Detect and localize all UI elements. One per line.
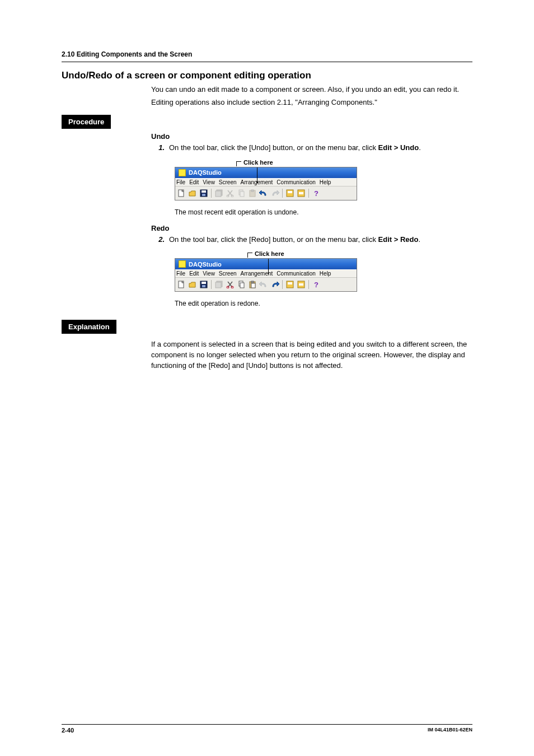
- save-all-icon: [214, 279, 224, 290]
- redo-icon: [270, 188, 280, 198]
- svg-rect-28: [251, 281, 254, 283]
- section-header: 2.10 Editing Components and the Screen: [62, 50, 472, 58]
- svg-rect-31: [288, 282, 292, 284]
- copy-icon[interactable]: [236, 279, 246, 290]
- svg-rect-29: [251, 283, 255, 288]
- svg-rect-22: [216, 282, 221, 288]
- toolbar-separator: [211, 189, 212, 198]
- page-number: 2-40: [62, 727, 74, 734]
- svg-rect-2: [202, 190, 206, 193]
- svg-rect-33: [299, 283, 303, 286]
- paste-icon[interactable]: [247, 279, 257, 290]
- toolbar-separator: [282, 280, 283, 289]
- undo-heading: Undo: [151, 132, 472, 141]
- app-icon: [179, 260, 186, 268]
- callout-bracket-icon: [236, 161, 241, 166]
- step-2-number: 2.: [151, 235, 165, 245]
- cut-icon: [225, 188, 235, 198]
- menu-communication[interactable]: Communication: [277, 179, 315, 185]
- menu-file[interactable]: File: [176, 270, 185, 277]
- menu-bar: File Edit View Screen Arrangement Commun…: [175, 178, 357, 186]
- explanation-paragraph: If a component is selected in a screen t…: [151, 339, 472, 371]
- svg-rect-9: [240, 192, 244, 197]
- new-icon[interactable]: [176, 188, 186, 198]
- redo-click-here-label: Click here: [247, 250, 534, 257]
- step-1-text: On the tool bar, click the [Undo] button…: [169, 143, 472, 153]
- menu-file[interactable]: File: [176, 179, 185, 185]
- menu-edit[interactable]: Edit: [189, 179, 199, 185]
- open-icon[interactable]: [188, 279, 198, 290]
- intro-paragraph-1: You can undo an edit made to a component…: [151, 85, 472, 95]
- component-icon-1[interactable]: [285, 279, 295, 290]
- toolbar-separator: [308, 189, 309, 198]
- menu-help[interactable]: Help: [320, 270, 331, 277]
- undo-icon[interactable]: [259, 188, 269, 198]
- explanation-label: Explanation: [62, 320, 116, 334]
- svg-rect-3: [202, 194, 205, 196]
- copy-icon: [236, 188, 246, 198]
- svg-text:?: ?: [314, 189, 318, 197]
- save-icon[interactable]: [199, 188, 209, 198]
- step-2-text: On the tool bar, click the [Redo] button…: [169, 235, 472, 245]
- step-1: 1. On the tool bar, click the [Undo] but…: [151, 143, 472, 153]
- toolbar-separator: [211, 280, 212, 289]
- toolbar-separator: [308, 280, 309, 289]
- menu-help[interactable]: Help: [320, 179, 331, 185]
- callout-bracket-icon: [247, 253, 252, 258]
- step-2: 2. On the tool bar, click the [Redo] but…: [151, 235, 472, 245]
- save-icon[interactable]: [199, 279, 209, 290]
- page-footer: 2-40 IM 04L41B01-62EN: [62, 724, 472, 734]
- header-rule: [62, 62, 472, 62]
- svg-rect-15: [299, 192, 303, 194]
- undo-click-here-label: Click here: [236, 159, 534, 166]
- menu-screen[interactable]: Screen: [219, 270, 237, 277]
- new-icon[interactable]: [176, 279, 186, 290]
- menu-view[interactable]: View: [203, 270, 215, 277]
- page-title: Undo/Redo of a screen or component editi…: [62, 70, 472, 81]
- step-1-pre: On the tool bar, click the [Undo] button…: [169, 143, 378, 152]
- window-title: DAQStudio: [189, 261, 222, 268]
- toolbar: ?: [175, 278, 357, 291]
- undo-icon: [259, 279, 269, 290]
- window-titlebar: DAQStudio: [175, 167, 357, 178]
- app-icon: [179, 169, 186, 176]
- window-title: DAQStudio: [189, 169, 222, 176]
- cut-icon[interactable]: [225, 279, 235, 290]
- menu-edit[interactable]: Edit: [189, 270, 199, 277]
- redo-heading: Redo: [151, 224, 472, 232]
- component-icon-1[interactable]: [285, 188, 295, 198]
- step-2-post: .: [418, 235, 420, 244]
- undo-result: The most recent edit operation is undone…: [175, 208, 472, 216]
- redo-result: The edit operation is redone.: [175, 300, 472, 307]
- component-icon-2[interactable]: [296, 279, 306, 290]
- redo-screenshot: DAQStudio File Edit View Screen Arrangem…: [175, 258, 357, 292]
- menu-bar: File Edit View Screen Arrangement Commun…: [175, 269, 357, 278]
- help-icon[interactable]: ?: [311, 279, 321, 290]
- help-icon[interactable]: ?: [311, 188, 321, 198]
- svg-rect-19: [202, 282, 206, 284]
- doc-id: IM 04L41B01-62EN: [428, 727, 472, 734]
- undo-click-here-text: Click here: [243, 159, 273, 166]
- undo-screenshot: DAQStudio File Edit View Screen Arrangem…: [175, 167, 357, 200]
- step-1-post: .: [419, 143, 421, 152]
- window-titlebar: DAQStudio: [175, 259, 357, 269]
- svg-text:?: ?: [314, 281, 318, 288]
- svg-rect-26: [240, 283, 244, 288]
- svg-rect-11: [251, 190, 254, 192]
- redo-icon[interactable]: [270, 279, 280, 290]
- svg-rect-13: [288, 191, 292, 193]
- open-icon[interactable]: [188, 188, 198, 198]
- procedure-label: Procedure: [62, 115, 111, 129]
- callout-pointer-line: [268, 259, 269, 274]
- step-1-bold: Edit > Undo: [378, 143, 419, 152]
- menu-communication[interactable]: Communication: [277, 270, 315, 277]
- toolbar-separator: [282, 189, 283, 198]
- step-2-bold: Edit > Redo: [378, 235, 419, 244]
- menu-screen[interactable]: Screen: [219, 179, 237, 185]
- toolbar: ?: [175, 186, 357, 200]
- callout-pointer-line: [257, 167, 257, 183]
- intro-paragraph-2: Editing operations also include section …: [151, 97, 472, 108]
- menu-view[interactable]: View: [203, 179, 215, 185]
- step-1-number: 1.: [151, 143, 165, 153]
- component-icon-2[interactable]: [296, 188, 306, 198]
